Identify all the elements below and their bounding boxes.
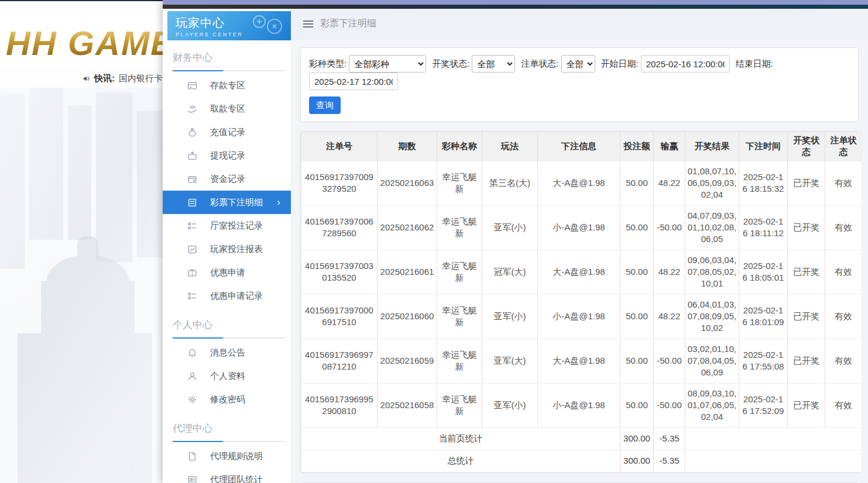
column-header: 玩法 xyxy=(482,132,538,161)
player-bet-report-icon xyxy=(187,244,197,254)
section-divider xyxy=(173,70,286,71)
table-cell: 亚军(小) xyxy=(482,294,538,339)
sidebar-item-label: 取款专区 xyxy=(210,104,245,115)
sidebar-item-player-bet-report[interactable]: 玩家投注报表 xyxy=(163,237,291,261)
sidebar-header: 玩家中心 PLAYERS CENTER xyxy=(167,11,291,40)
table-cell: 50.00 xyxy=(620,161,654,205)
table-cell: 20250216058 xyxy=(378,383,437,427)
sidebar-item-label: 充值记录 xyxy=(210,127,245,138)
sidebar-item-label: 提现记录 xyxy=(210,150,245,161)
main-area: 彩票下注明细 彩种类型: 全部彩种 开奖状态: 全部 注单状态: 全部 开始日期… xyxy=(291,9,868,483)
table-cell: 幸运飞艇新 xyxy=(437,339,482,383)
column-header: 输赢 xyxy=(654,132,685,161)
sidebar-item-agent-team-stats[interactable]: 代理团队统计 xyxy=(163,468,291,483)
draw-status-select[interactable]: 全部 xyxy=(472,55,515,73)
table-cell: 401569173970030135520 xyxy=(301,250,378,294)
menu-icon[interactable] xyxy=(303,20,313,27)
table-cell: 大-A盘@1.98 xyxy=(538,250,620,294)
lottery-type-select[interactable]: 全部彩种 xyxy=(349,55,426,73)
table-row: 40156917397009327952020250216063幸运飞艇新第三名… xyxy=(301,161,862,205)
sidebar-item-label: 代理团队统计 xyxy=(210,474,263,483)
sidebar-item-promo-apply-record[interactable]: 优惠申请记录 xyxy=(163,284,291,308)
news-text: 国内银行卡 xyxy=(119,73,163,84)
table-cell: 亚军(小) xyxy=(482,383,538,427)
sidebar-item-recharge-record[interactable]: 充值记录 xyxy=(163,120,291,144)
withdrawal-record-icon xyxy=(187,151,197,161)
table-cell: 401569173970067289560 xyxy=(301,205,378,250)
table-row: 40156917397006728956020250216062幸运飞艇新亚军(… xyxy=(301,205,862,250)
sidebar-item-label: 代理规则说明 xyxy=(210,451,263,462)
sidebar-item-label: 资金记录 xyxy=(210,174,245,185)
total-summary-label: 总统计 xyxy=(301,450,620,472)
table-cell: 50.00 xyxy=(620,294,654,339)
table-row: 40156917397000691751020250216060幸运飞艇新亚军(… xyxy=(301,294,862,339)
table-cell: 有效 xyxy=(825,205,862,250)
sidebar-item-change-password[interactable]: 修改密码 xyxy=(163,388,291,411)
query-button[interactable]: 查询 xyxy=(309,96,341,114)
speaker-icon xyxy=(83,74,90,83)
site-logo: HH GAME xyxy=(6,23,174,63)
sidebar-item-label: 彩票下注明细 xyxy=(210,197,263,208)
table-header-row: 注单号期数彩种名称玩法下注信息投注额输赢开奖结果下注时间开奖状态注单状态 xyxy=(301,132,862,161)
sidebar-item-withdrawal-record[interactable]: 提现记录 xyxy=(163,144,291,167)
section-title: 财务中心 xyxy=(173,51,291,64)
sidebar-item-hall-bet-record[interactable]: 厅室投注记录 xyxy=(163,214,291,237)
sidebar-item-label: 消息公告 xyxy=(210,347,245,358)
change-password-icon xyxy=(187,395,197,405)
deposit-zone-icon xyxy=(187,81,197,91)
page-title: 彩票下注明细 xyxy=(320,18,376,30)
sidebar-item-withdraw-zone[interactable]: 取款专区 xyxy=(163,97,291,120)
sidebar-item-notice[interactable]: 消息公告 xyxy=(163,341,291,364)
table-cell: 2025-02-16 17:55:08 xyxy=(739,339,788,383)
table-cell: 幸运飞艇新 xyxy=(437,383,482,427)
table-cell: 401569173970006917510 xyxy=(301,294,378,339)
table-cell: 09,06,03,04,07,08,05,02,10,01 xyxy=(685,250,739,294)
table-cell: 有效 xyxy=(825,250,862,294)
promo-apply-record-icon xyxy=(187,291,197,301)
table-cell: 大-A盘@1.98 xyxy=(538,339,620,383)
table-cell: 03,02,01,10,07,08,04,05,06,09 xyxy=(685,339,739,383)
sidebar: 玩家中心 PLAYERS CENTER 财务中心存款专区取款专区充值记录提现记录… xyxy=(163,9,291,483)
table-cell: 幸运飞艇新 xyxy=(437,250,482,294)
table-cell: 已开奖 xyxy=(788,250,825,294)
lottery-bet-details-icon xyxy=(187,198,197,208)
lottery-type-label: 彩种类型: xyxy=(309,58,346,70)
sidebar-item-profile[interactable]: 个人资料 xyxy=(163,364,291,388)
table-cell: 第三名(大) xyxy=(482,161,538,205)
table-row: 40156917397003013552020250216061幸运飞艇新冠军(… xyxy=(301,250,862,294)
table-cell: 已开奖 xyxy=(788,205,825,250)
column-header: 下注信息 xyxy=(538,132,620,161)
table-cell: 06,04,01,03,07,08,09,05,10,02 xyxy=(685,294,739,339)
sidebar-item-label: 优惠申请 xyxy=(210,267,245,278)
table-cell: 大-A盘@1.98 xyxy=(538,161,620,205)
sidebar-item-lottery-bet-details[interactable]: 彩票下注明细› xyxy=(163,191,291,214)
table-cell: 20250216061 xyxy=(378,250,437,294)
hall-bet-record-icon xyxy=(187,221,197,231)
sidebar-item-funds-record[interactable]: 资金记录 xyxy=(163,167,291,191)
sidebar-item-label: 玩家投注报表 xyxy=(210,244,263,255)
section-divider xyxy=(173,441,286,442)
table-cell: 50.00 xyxy=(620,339,654,383)
order-status-label: 注单状态: xyxy=(521,58,558,70)
agent-rules-icon xyxy=(187,451,197,461)
sidebar-item-label: 存款专区 xyxy=(210,80,245,91)
sidebar-item-agent-rules[interactable]: 代理规则说明 xyxy=(163,444,291,468)
table-cell: -50.00 xyxy=(654,339,685,383)
column-header: 期数 xyxy=(378,132,437,161)
table-row: 40156917396995290081020250216058幸运飞艇新亚军(… xyxy=(301,383,862,427)
city-background-image xyxy=(0,88,163,483)
table-cell: 20250216060 xyxy=(378,294,437,339)
chevron-right-icon: › xyxy=(277,196,280,208)
table-cell: 401569173970093279520 xyxy=(301,161,378,205)
table-cell: 2025-02-16 18:05:01 xyxy=(739,250,788,294)
section-title: 个人中心 xyxy=(173,318,291,332)
table-cell: 50.00 xyxy=(620,250,654,294)
column-header: 下注时间 xyxy=(739,132,788,161)
table-cell: 50.00 xyxy=(620,383,654,427)
sidebar-item-promo-apply[interactable]: 优惠申请 xyxy=(163,261,291,284)
news-label: 快讯: xyxy=(94,73,115,84)
start-date-input[interactable] xyxy=(641,55,730,73)
order-status-select[interactable]: 全部 xyxy=(561,55,595,73)
end-date-input[interactable] xyxy=(309,73,398,90)
sidebar-item-deposit-zone[interactable]: 存款专区 xyxy=(163,74,291,97)
